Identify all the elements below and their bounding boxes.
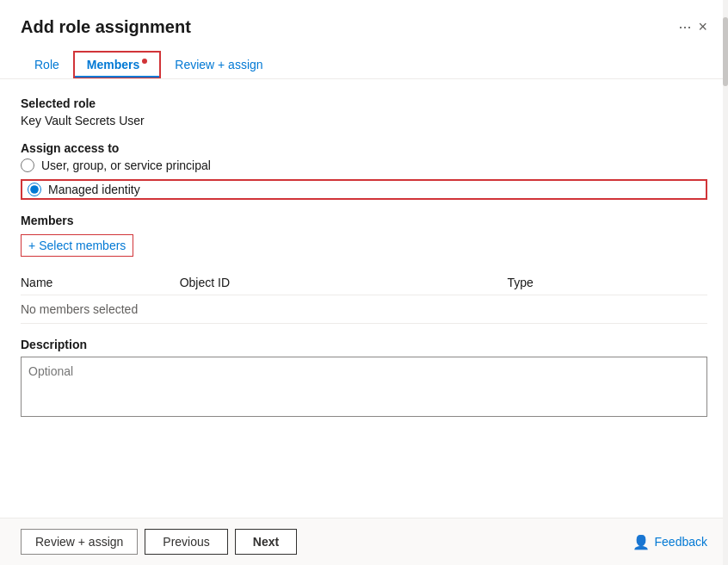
- dialog-body: Selected role Key Vault Secrets User Ass…: [0, 79, 728, 518]
- more-options-icon[interactable]: ···: [678, 18, 691, 36]
- tab-role[interactable]: Role: [21, 51, 73, 78]
- select-members-button[interactable]: + Select members: [21, 234, 133, 257]
- previous-button[interactable]: Previous: [145, 529, 227, 555]
- select-members-label: Select members: [39, 239, 126, 252]
- dialog-header: Add role assignment ··· ×: [0, 0, 728, 37]
- close-icon[interactable]: ×: [698, 18, 707, 36]
- members-section-label: Members: [21, 214, 707, 227]
- description-label: Description: [21, 338, 707, 351]
- scrollbar-thumb[interactable]: [723, 17, 728, 86]
- assign-access-radio-group: User, group, or service principal Manage…: [21, 158, 707, 200]
- col-type: Type: [473, 270, 707, 295]
- managed-identity-box: Managed identity: [21, 179, 707, 200]
- members-section: Members + Select members Name Object ID …: [21, 214, 707, 324]
- feedback-link[interactable]: Feedback: [655, 535, 707, 549]
- col-name: Name: [21, 270, 145, 295]
- header-actions: ··· ×: [678, 18, 707, 36]
- members-dot-indicator: [142, 59, 147, 64]
- footer-right-actions: 👤 Feedback: [632, 534, 707, 550]
- assign-access-section: Assign access to User, group, or service…: [21, 141, 707, 200]
- radio-managed-identity-input[interactable]: [28, 183, 41, 196]
- review-assign-button[interactable]: Review + assign: [21, 529, 138, 555]
- description-textarea[interactable]: [21, 357, 707, 417]
- next-button[interactable]: Next: [235, 529, 297, 555]
- table-empty-row: No members selected: [21, 295, 707, 324]
- table-body: No members selected: [21, 295, 707, 324]
- table-empty-message: No members selected: [21, 295, 707, 324]
- plus-icon: +: [28, 239, 35, 252]
- tab-members[interactable]: Members: [73, 51, 161, 78]
- radio-user-group-label: User, group, or service principal: [41, 158, 211, 172]
- radio-user-group-input[interactable]: [21, 158, 34, 172]
- radio-user-group[interactable]: User, group, or service principal: [21, 158, 707, 172]
- table-header: Name Object ID Type: [21, 270, 707, 295]
- scrollbar-track: [723, 0, 728, 565]
- tab-bar: Role Members Review + assign: [0, 37, 728, 79]
- add-role-assignment-dialog: Add role assignment ··· × Role Members R…: [0, 0, 728, 565]
- members-table: Name Object ID Type No members selected: [21, 270, 707, 324]
- tab-review-assign[interactable]: Review + assign: [161, 51, 276, 78]
- radio-managed-identity-label: Managed identity: [48, 183, 140, 196]
- selected-role-section: Selected role Key Vault Secrets User: [21, 96, 707, 127]
- col-object-id: Object ID: [145, 270, 473, 295]
- selected-role-value: Key Vault Secrets User: [21, 114, 707, 127]
- dialog-title: Add role assignment: [21, 17, 191, 37]
- footer-left-actions: Review + assign Previous Next: [21, 529, 297, 555]
- table-header-row: Name Object ID Type: [21, 270, 707, 295]
- radio-managed-identity[interactable]: Managed identity: [28, 183, 140, 196]
- assign-access-label: Assign access to: [21, 141, 707, 155]
- dialog-footer: Review + assign Previous Next 👤 Feedback: [0, 518, 728, 565]
- description-section: Description: [21, 338, 707, 419]
- feedback-icon: 👤: [632, 534, 650, 550]
- selected-role-label: Selected role: [21, 96, 707, 110]
